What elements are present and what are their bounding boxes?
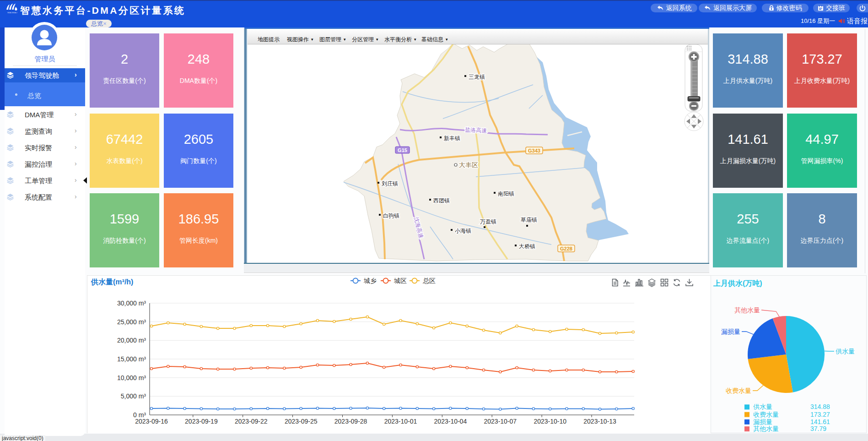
svg-text:2023-10-04: 2023-10-04 <box>434 418 467 425</box>
svg-text:2023-10-10: 2023-10-10 <box>534 418 566 425</box>
svg-text:城乡: 城乡 <box>363 277 377 284</box>
svg-text:漏损量: 漏损量 <box>753 418 772 425</box>
svg-text:漏损量: 漏损量 <box>721 328 740 335</box>
svg-text:供水量: 供水量 <box>753 403 772 410</box>
svg-text:收费水量: 收费水量 <box>753 411 779 418</box>
svg-text:盐洛高速: 盐洛高速 <box>465 126 487 134</box>
svg-text:草庙镇: 草庙镇 <box>521 217 537 223</box>
svg-text:141.61: 141.61 <box>810 418 830 425</box>
svg-text:西团镇: 西团镇 <box>433 197 450 204</box>
svg-text:2023-09-28: 2023-09-28 <box>334 418 367 425</box>
svg-text:新丰镇: 新丰镇 <box>444 135 460 142</box>
svg-text:大丰区: 大丰区 <box>459 161 478 169</box>
svg-text:15,000 m³: 15,000 m³ <box>117 355 146 363</box>
svg-text:白驹镇: 白驹镇 <box>383 212 399 219</box>
svg-text:收费水量: 收费水量 <box>726 387 751 394</box>
svg-text:供水量: 供水量 <box>836 348 855 355</box>
svg-text:173.27: 173.27 <box>810 411 830 418</box>
svg-text:25,000 m³: 25,000 m³ <box>117 318 146 326</box>
svg-text:小海镇: 小海镇 <box>455 228 471 234</box>
svg-text:2023-10-13: 2023-10-13 <box>583 418 616 425</box>
svg-text:其他水量: 其他水量 <box>734 306 760 314</box>
svg-text:2023-09-16: 2023-09-16 <box>135 418 168 425</box>
svg-text:20,000 m³: 20,000 m³ <box>117 337 146 344</box>
svg-text:2023-09-22: 2023-09-22 <box>235 418 268 425</box>
svg-text:2023-09-25: 2023-09-25 <box>285 418 318 425</box>
svg-text:总区: 总区 <box>423 277 436 284</box>
svg-text:G228: G228 <box>560 246 572 251</box>
svg-text:万盈镇: 万盈镇 <box>480 218 496 225</box>
svg-text:2023-10-01: 2023-10-01 <box>384 418 417 425</box>
svg-text:2023-10-07: 2023-10-07 <box>484 418 517 425</box>
svg-text:MIAOMIAO: MIAOMIAO <box>7 11 17 14</box>
svg-text:2023-09-19: 2023-09-19 <box>185 418 218 425</box>
svg-text:5,000 m³: 5,000 m³ <box>121 392 146 400</box>
svg-text:314.88: 314.88 <box>810 403 830 410</box>
svg-text:G15: G15 <box>398 147 407 153</box>
svg-text:37.79: 37.79 <box>810 425 826 432</box>
svg-text:城区: 城区 <box>394 277 407 284</box>
svg-text:大桥镇: 大桥镇 <box>519 243 535 250</box>
svg-text:南阳镇: 南阳镇 <box>498 191 514 197</box>
svg-text:其他水量: 其他水量 <box>753 425 779 432</box>
svg-text:10,000 m³: 10,000 m³ <box>117 374 146 381</box>
svg-text:刘庄镇: 刘庄镇 <box>382 180 398 187</box>
svg-text:G343: G343 <box>528 148 540 153</box>
svg-text:三龙镇: 三龙镇 <box>469 74 485 80</box>
svg-text:30,000 m³: 30,000 m³ <box>117 299 146 307</box>
